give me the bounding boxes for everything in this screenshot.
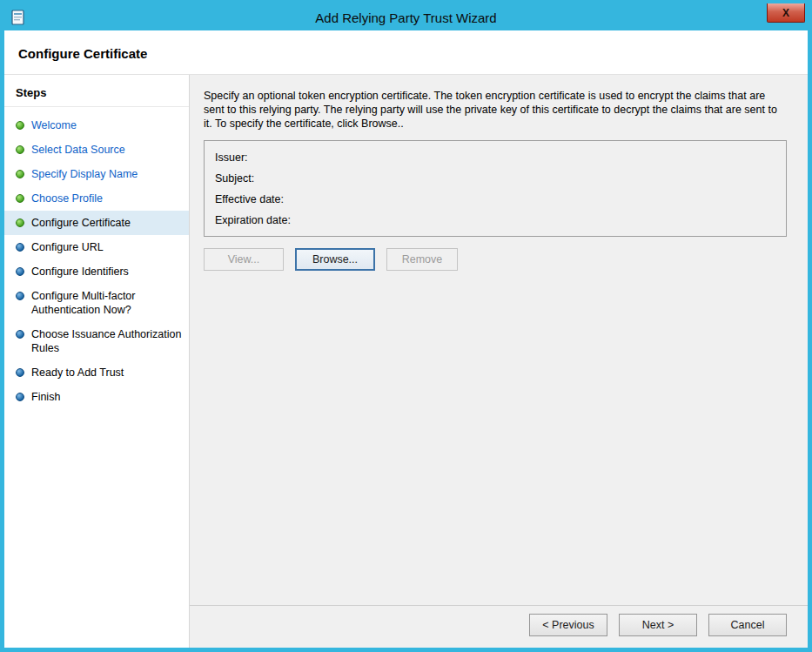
step-pending-icon — [16, 267, 24, 276]
step-label: Configure Certificate — [31, 216, 131, 230]
step-done-icon — [16, 218, 24, 227]
step-pending-icon — [16, 243, 24, 252]
step-pending-icon — [16, 330, 24, 339]
step-pending-icon — [16, 292, 24, 300]
step-label: Finish — [31, 390, 60, 404]
sidebar-step-choose-profile[interactable]: Choose Profile — [4, 186, 189, 211]
step-label[interactable]: Welcome — [31, 118, 77, 132]
browse-button[interactable]: Browse... — [295, 248, 375, 271]
sidebar-step-select-data-source[interactable]: Select Data Source — [4, 138, 189, 162]
step-done-icon — [16, 194, 24, 203]
description-text: Specify an optional token encryption cer… — [204, 89, 787, 131]
certificate-info-box: Issuer:Subject:Effective date:Expiration… — [204, 140, 787, 237]
sidebar-step-welcome[interactable]: Welcome — [4, 113, 189, 138]
remove-button[interactable]: Remove — [386, 248, 458, 271]
step-label[interactable]: Select Data Source — [31, 143, 125, 157]
sidebar-step-specify-display-name[interactable]: Specify Display Name — [4, 162, 189, 186]
step-label: Configure Multi-factor Authentication No… — [31, 289, 182, 317]
cancel-button[interactable]: Cancel — [708, 614, 787, 636]
step-label: Configure URL — [31, 240, 104, 254]
wizard-footer: < Previous Next > Cancel — [190, 605, 808, 648]
cert-field-issuer: Issuer: — [215, 147, 775, 168]
cert-field-expiration-date: Expiration date: — [215, 210, 775, 231]
cert-field-effective-date: Effective date: — [215, 189, 775, 210]
view-button[interactable]: View... — [204, 248, 284, 271]
main-panel: Specify an optional token encryption cer… — [190, 75, 808, 648]
next-button[interactable]: Next > — [619, 614, 697, 636]
step-done-icon — [16, 145, 24, 154]
titlebar: Add Relying Party Trust Wizard X — [4, 4, 808, 30]
window-title: Add Relying Party Trust Wizard — [4, 10, 808, 25]
cert-field-subject: Subject: — [215, 168, 775, 189]
step-label: Configure Identifiers — [31, 265, 129, 279]
wizard-window: Add Relying Party Trust Wizard X Configu… — [0, 0, 812, 652]
sidebar-step-configure-certificate: Configure Certificate — [4, 211, 189, 235]
sidebar-step-configure-identifiers: Configure Identifiers — [4, 259, 189, 284]
close-icon: X — [782, 7, 789, 19]
step-pending-icon — [16, 393, 24, 401]
step-label: Ready to Add Trust — [31, 366, 124, 380]
sidebar-step-ready-to-add-trust: Ready to Add Trust — [4, 360, 189, 385]
steps-heading: Steps — [4, 84, 189, 107]
wizard-header: Configure Certificate — [4, 30, 808, 75]
close-button[interactable]: X — [767, 3, 805, 23]
sidebar-step-configure-multi-factor-authentication-now: Configure Multi-factor Authentication No… — [4, 284, 189, 322]
sidebar-step-finish: Finish — [4, 385, 189, 409]
page-title: Configure Certificate — [18, 46, 808, 61]
step-label[interactable]: Choose Profile — [31, 192, 103, 205]
sidebar-step-configure-url: Configure URL — [4, 235, 189, 259]
step-done-icon — [16, 170, 24, 178]
sidebar-step-choose-issuance-authorization-rules: Choose Issuance Authorization Rules — [4, 322, 189, 360]
step-label[interactable]: Specify Display Name — [31, 167, 138, 181]
steps-list: WelcomeSelect Data SourceSpecify Display… — [4, 107, 189, 409]
step-pending-icon — [16, 368, 24, 377]
previous-button[interactable]: < Previous — [529, 614, 607, 636]
step-label: Choose Issuance Authorization Rules — [31, 327, 182, 355]
step-done-icon — [16, 121, 24, 130]
certificate-actions: View... Browse... Remove — [204, 248, 787, 271]
steps-sidebar: Steps WelcomeSelect Data SourceSpecify D… — [4, 75, 190, 648]
